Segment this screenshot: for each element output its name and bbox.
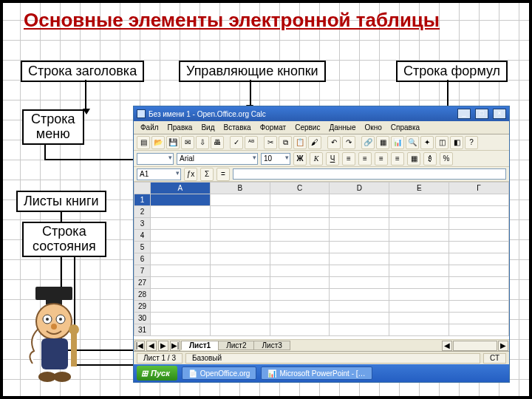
mail-button[interactable]: ✉ [181, 136, 194, 149]
tab-next-button[interactable]: ▶ [158, 341, 168, 351]
cell-B31[interactable] [210, 324, 270, 336]
sheet-tab-Лист1[interactable]: Лист1 [181, 341, 219, 350]
cell-D3[interactable] [330, 218, 389, 230]
taskbar-app-powerpoint[interactable]: 📊 Microsoft PowerPoint - [… [261, 366, 372, 380]
cell-E4[interactable] [389, 230, 449, 242]
cell-E30[interactable] [389, 313, 449, 324]
col-header-A[interactable]: A [151, 183, 211, 194]
cell-E28[interactable] [389, 289, 449, 301]
help-button[interactable]: ? [465, 136, 478, 149]
cell-Г2[interactable] [449, 206, 509, 218]
tab-prev-button[interactable]: ◀ [146, 341, 157, 351]
cell-E31[interactable] [389, 324, 449, 336]
cell-C6[interactable] [270, 253, 330, 265]
align-justify-button[interactable]: ≡ [391, 152, 404, 166]
cell-A29[interactable] [151, 301, 211, 313]
menu-вид[interactable]: Вид [197, 123, 218, 132]
hscroll-right-button[interactable]: ▶ [498, 341, 508, 351]
style-combo[interactable] [137, 153, 174, 165]
bold-button[interactable]: Ж [293, 152, 307, 166]
cell-Г6[interactable] [449, 253, 509, 265]
redo-button[interactable]: ↷ [342, 136, 355, 149]
nav-button[interactable]: ✦ [420, 136, 434, 149]
cell-C4[interactable] [270, 230, 330, 242]
col-header-B[interactable]: B [210, 183, 270, 194]
cell-B4[interactable] [210, 230, 270, 242]
cell-D29[interactable] [330, 301, 389, 313]
cell-Г1[interactable] [449, 194, 509, 206]
cell-E2[interactable] [389, 206, 449, 218]
cell-C7[interactable] [270, 265, 330, 277]
select-all-corner[interactable] [134, 183, 151, 194]
cell-Г3[interactable] [449, 218, 509, 230]
cell-B28[interactable] [210, 289, 270, 301]
cell-C2[interactable] [270, 206, 330, 218]
menu-сервис[interactable]: Сервис [291, 123, 324, 132]
cell-C29[interactable] [270, 301, 330, 313]
cell-Г29[interactable] [449, 301, 509, 313]
row-header-29[interactable]: 29 [134, 301, 151, 313]
save-button[interactable]: 💾 [166, 136, 180, 149]
spell-button[interactable]: ✓ [230, 136, 243, 149]
cell-B2[interactable] [210, 206, 270, 218]
cell-C28[interactable] [270, 289, 330, 301]
row-header-1[interactable]: 1 [134, 194, 151, 206]
menu-правка[interactable]: Правка [164, 123, 197, 132]
cell-A6[interactable] [151, 253, 211, 265]
cell-A31[interactable] [151, 324, 211, 336]
row-header-7[interactable]: 7 [134, 265, 151, 277]
cell-D31[interactable] [330, 324, 389, 336]
row-header-3[interactable]: 3 [134, 218, 151, 230]
sheet-tab-Лист3[interactable]: Лист3 [253, 341, 290, 350]
open-button[interactable]: 📂 [151, 136, 165, 149]
align-center-button[interactable]: ≡ [358, 152, 372, 166]
pdf-button[interactable]: ⇩ [196, 136, 209, 149]
col-header-C[interactable]: C [270, 183, 330, 194]
cell-C31[interactable] [270, 324, 330, 336]
row-header-4[interactable]: 4 [134, 230, 151, 242]
cell-Г7[interactable] [449, 265, 509, 277]
name-box[interactable]: A1 [137, 168, 181, 180]
cell-A2[interactable] [151, 206, 211, 218]
align-right-button[interactable]: ≡ [375, 152, 388, 166]
doc-button[interactable]: ▤ [137, 136, 150, 149]
menu-вставка[interactable]: Вставка [219, 123, 254, 132]
sum-button[interactable]: Σ [200, 168, 214, 181]
percent-button[interactable]: % [440, 152, 453, 166]
chart-button[interactable]: 📊 [391, 136, 404, 149]
cell-Г5[interactable] [449, 242, 509, 253]
font-size-combo[interactable]: 10 [261, 153, 290, 165]
cell-A30[interactable] [151, 313, 211, 324]
currency-button[interactable]: ₿ [423, 152, 437, 166]
cell-B1[interactable] [210, 194, 270, 206]
maximize-button[interactable]: □ [475, 109, 488, 119]
close-button[interactable]: × [493, 109, 506, 119]
cell-B5[interactable] [210, 242, 270, 253]
print-button[interactable]: 🖶 [211, 136, 224, 149]
row-header-2[interactable]: 2 [134, 206, 151, 218]
cell-D7[interactable] [330, 265, 389, 277]
start-button[interactable]: ⊞ Пуск [137, 366, 177, 381]
cell-B30[interactable] [210, 313, 270, 324]
link-button[interactable]: 🔗 [361, 136, 375, 149]
hscroll-track[interactable] [453, 341, 497, 351]
cell-E27[interactable] [389, 277, 449, 289]
cell-A1[interactable] [151, 194, 211, 206]
cell-D1[interactable] [330, 194, 389, 206]
align-left-button[interactable]: ≡ [342, 152, 355, 166]
cell-D28[interactable] [330, 289, 389, 301]
cell-B27[interactable] [210, 277, 270, 289]
equals-button[interactable]: = [216, 168, 230, 181]
cell-C1[interactable] [270, 194, 330, 206]
cell-Г27[interactable] [449, 277, 509, 289]
hscroll-left-button[interactable]: ◀ [442, 341, 452, 351]
cell-A27[interactable] [151, 277, 211, 289]
row-header-31[interactable]: 31 [134, 324, 151, 336]
cell-D5[interactable] [330, 242, 389, 253]
cell-A4[interactable] [151, 230, 211, 242]
cell-E29[interactable] [389, 301, 449, 313]
cell-E3[interactable] [389, 218, 449, 230]
tab-last-button[interactable]: ▶| [170, 341, 180, 351]
sheet-tab-Лист2[interactable]: Лист2 [218, 341, 254, 350]
cell-Г28[interactable] [449, 289, 509, 301]
